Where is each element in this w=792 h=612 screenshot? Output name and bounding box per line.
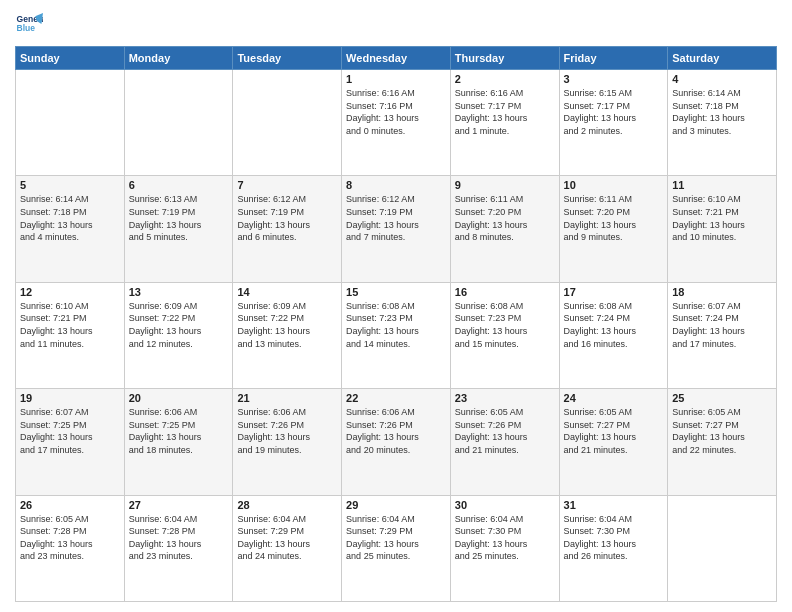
day-info: Sunrise: 6:05 AM Sunset: 7:27 PM Dayligh…: [672, 406, 772, 456]
day-number: 3: [564, 73, 664, 85]
weekday-friday: Friday: [559, 47, 668, 70]
day-cell: 11Sunrise: 6:10 AM Sunset: 7:21 PM Dayli…: [668, 176, 777, 282]
day-info: Sunrise: 6:15 AM Sunset: 7:17 PM Dayligh…: [564, 87, 664, 137]
day-cell: 10Sunrise: 6:11 AM Sunset: 7:20 PM Dayli…: [559, 176, 668, 282]
day-number: 31: [564, 499, 664, 511]
day-number: 8: [346, 179, 446, 191]
day-number: 9: [455, 179, 555, 191]
day-info: Sunrise: 6:08 AM Sunset: 7:24 PM Dayligh…: [564, 300, 664, 350]
day-cell: 7Sunrise: 6:12 AM Sunset: 7:19 PM Daylig…: [233, 176, 342, 282]
weekday-wednesday: Wednesday: [342, 47, 451, 70]
day-cell: 27Sunrise: 6:04 AM Sunset: 7:28 PM Dayli…: [124, 495, 233, 601]
day-cell: 26Sunrise: 6:05 AM Sunset: 7:28 PM Dayli…: [16, 495, 125, 601]
header: General Blue: [15, 10, 777, 38]
day-number: 22: [346, 392, 446, 404]
day-info: Sunrise: 6:09 AM Sunset: 7:22 PM Dayligh…: [129, 300, 229, 350]
day-number: 25: [672, 392, 772, 404]
day-cell: 23Sunrise: 6:05 AM Sunset: 7:26 PM Dayli…: [450, 389, 559, 495]
day-number: 20: [129, 392, 229, 404]
day-info: Sunrise: 6:05 AM Sunset: 7:27 PM Dayligh…: [564, 406, 664, 456]
day-number: 12: [20, 286, 120, 298]
day-cell: 21Sunrise: 6:06 AM Sunset: 7:26 PM Dayli…: [233, 389, 342, 495]
day-number: 11: [672, 179, 772, 191]
day-number: 23: [455, 392, 555, 404]
day-cell: 30Sunrise: 6:04 AM Sunset: 7:30 PM Dayli…: [450, 495, 559, 601]
day-cell: 17Sunrise: 6:08 AM Sunset: 7:24 PM Dayli…: [559, 282, 668, 388]
day-info: Sunrise: 6:14 AM Sunset: 7:18 PM Dayligh…: [672, 87, 772, 137]
day-number: 4: [672, 73, 772, 85]
weekday-thursday: Thursday: [450, 47, 559, 70]
day-number: 16: [455, 286, 555, 298]
day-info: Sunrise: 6:06 AM Sunset: 7:26 PM Dayligh…: [346, 406, 446, 456]
day-info: Sunrise: 6:06 AM Sunset: 7:25 PM Dayligh…: [129, 406, 229, 456]
day-cell: 8Sunrise: 6:12 AM Sunset: 7:19 PM Daylig…: [342, 176, 451, 282]
day-number: 14: [237, 286, 337, 298]
day-info: Sunrise: 6:05 AM Sunset: 7:26 PM Dayligh…: [455, 406, 555, 456]
day-number: 27: [129, 499, 229, 511]
logo: General Blue: [15, 10, 47, 38]
day-info: Sunrise: 6:04 AM Sunset: 7:28 PM Dayligh…: [129, 513, 229, 563]
day-cell: 1Sunrise: 6:16 AM Sunset: 7:16 PM Daylig…: [342, 70, 451, 176]
day-info: Sunrise: 6:12 AM Sunset: 7:19 PM Dayligh…: [237, 193, 337, 243]
svg-text:Blue: Blue: [17, 23, 36, 33]
day-info: Sunrise: 6:08 AM Sunset: 7:23 PM Dayligh…: [455, 300, 555, 350]
day-number: 26: [20, 499, 120, 511]
week-row-5: 26Sunrise: 6:05 AM Sunset: 7:28 PM Dayli…: [16, 495, 777, 601]
day-info: Sunrise: 6:05 AM Sunset: 7:28 PM Dayligh…: [20, 513, 120, 563]
day-cell: 2Sunrise: 6:16 AM Sunset: 7:17 PM Daylig…: [450, 70, 559, 176]
day-number: 2: [455, 73, 555, 85]
day-cell: 25Sunrise: 6:05 AM Sunset: 7:27 PM Dayli…: [668, 389, 777, 495]
day-number: 15: [346, 286, 446, 298]
day-cell: [16, 70, 125, 176]
day-number: 30: [455, 499, 555, 511]
day-cell: [124, 70, 233, 176]
day-cell: 3Sunrise: 6:15 AM Sunset: 7:17 PM Daylig…: [559, 70, 668, 176]
day-info: Sunrise: 6:14 AM Sunset: 7:18 PM Dayligh…: [20, 193, 120, 243]
weekday-saturday: Saturday: [668, 47, 777, 70]
day-number: 1: [346, 73, 446, 85]
day-info: Sunrise: 6:04 AM Sunset: 7:30 PM Dayligh…: [455, 513, 555, 563]
day-cell: 16Sunrise: 6:08 AM Sunset: 7:23 PM Dayli…: [450, 282, 559, 388]
day-info: Sunrise: 6:10 AM Sunset: 7:21 PM Dayligh…: [20, 300, 120, 350]
day-info: Sunrise: 6:07 AM Sunset: 7:24 PM Dayligh…: [672, 300, 772, 350]
day-info: Sunrise: 6:09 AM Sunset: 7:22 PM Dayligh…: [237, 300, 337, 350]
day-cell: 31Sunrise: 6:04 AM Sunset: 7:30 PM Dayli…: [559, 495, 668, 601]
day-cell: 9Sunrise: 6:11 AM Sunset: 7:20 PM Daylig…: [450, 176, 559, 282]
day-cell: 20Sunrise: 6:06 AM Sunset: 7:25 PM Dayli…: [124, 389, 233, 495]
day-number: 28: [237, 499, 337, 511]
day-info: Sunrise: 6:04 AM Sunset: 7:29 PM Dayligh…: [346, 513, 446, 563]
day-number: 13: [129, 286, 229, 298]
day-number: 29: [346, 499, 446, 511]
weekday-monday: Monday: [124, 47, 233, 70]
day-cell: [233, 70, 342, 176]
day-cell: [668, 495, 777, 601]
day-info: Sunrise: 6:04 AM Sunset: 7:29 PM Dayligh…: [237, 513, 337, 563]
weekday-sunday: Sunday: [16, 47, 125, 70]
day-cell: 22Sunrise: 6:06 AM Sunset: 7:26 PM Dayli…: [342, 389, 451, 495]
day-info: Sunrise: 6:13 AM Sunset: 7:19 PM Dayligh…: [129, 193, 229, 243]
weekday-header-row: SundayMondayTuesdayWednesdayThursdayFrid…: [16, 47, 777, 70]
day-number: 24: [564, 392, 664, 404]
day-info: Sunrise: 6:16 AM Sunset: 7:17 PM Dayligh…: [455, 87, 555, 137]
day-info: Sunrise: 6:07 AM Sunset: 7:25 PM Dayligh…: [20, 406, 120, 456]
day-info: Sunrise: 6:12 AM Sunset: 7:19 PM Dayligh…: [346, 193, 446, 243]
day-number: 7: [237, 179, 337, 191]
day-info: Sunrise: 6:10 AM Sunset: 7:21 PM Dayligh…: [672, 193, 772, 243]
day-cell: 14Sunrise: 6:09 AM Sunset: 7:22 PM Dayli…: [233, 282, 342, 388]
day-cell: 13Sunrise: 6:09 AM Sunset: 7:22 PM Dayli…: [124, 282, 233, 388]
day-cell: 28Sunrise: 6:04 AM Sunset: 7:29 PM Dayli…: [233, 495, 342, 601]
day-number: 19: [20, 392, 120, 404]
week-row-3: 12Sunrise: 6:10 AM Sunset: 7:21 PM Dayli…: [16, 282, 777, 388]
day-cell: 15Sunrise: 6:08 AM Sunset: 7:23 PM Dayli…: [342, 282, 451, 388]
day-info: Sunrise: 6:11 AM Sunset: 7:20 PM Dayligh…: [455, 193, 555, 243]
calendar-table: SundayMondayTuesdayWednesdayThursdayFrid…: [15, 46, 777, 602]
day-info: Sunrise: 6:06 AM Sunset: 7:26 PM Dayligh…: [237, 406, 337, 456]
day-info: Sunrise: 6:08 AM Sunset: 7:23 PM Dayligh…: [346, 300, 446, 350]
day-cell: 19Sunrise: 6:07 AM Sunset: 7:25 PM Dayli…: [16, 389, 125, 495]
day-number: 5: [20, 179, 120, 191]
week-row-1: 1Sunrise: 6:16 AM Sunset: 7:16 PM Daylig…: [16, 70, 777, 176]
day-cell: 18Sunrise: 6:07 AM Sunset: 7:24 PM Dayli…: [668, 282, 777, 388]
day-number: 6: [129, 179, 229, 191]
day-cell: 12Sunrise: 6:10 AM Sunset: 7:21 PM Dayli…: [16, 282, 125, 388]
weekday-tuesday: Tuesday: [233, 47, 342, 70]
